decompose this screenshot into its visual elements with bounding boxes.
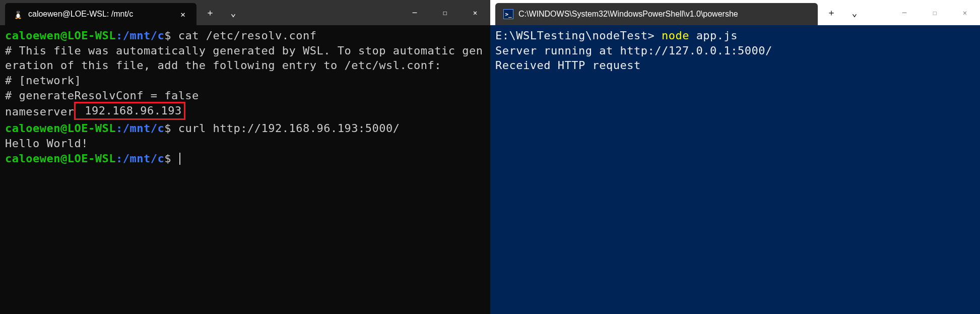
close-window-button[interactable]: ✕ — [950, 2, 980, 24]
svg-point-6 — [19, 18, 21, 19]
terminal-output: # generateResolvConf = false — [5, 88, 485, 103]
maximize-button[interactable]: ☐ — [430, 2, 460, 24]
powershell-icon: >_ — [503, 9, 513, 19]
tab-title: C:\WINDOWS\System32\WindowsPowerShell\v1… — [518, 10, 810, 19]
terminal-output: # [network] — [5, 73, 485, 88]
close-window-button[interactable]: ✕ — [460, 2, 490, 24]
minimize-button[interactable]: ─ — [889, 2, 920, 24]
maximize-button[interactable]: ☐ — [920, 2, 950, 24]
tab-close-button[interactable]: ✕ — [177, 9, 188, 20]
terminal-output: Received HTTP request — [495, 58, 975, 73]
wsl-terminal-window: caloewen@LOE-WSL: /mnt/c ✕ ＋ ⌄ ─ ☐ ✕ cal… — [0, 0, 490, 314]
svg-point-3 — [17, 12, 18, 13]
command-text: cat /etc/resolv.conf — [178, 29, 317, 42]
svg-point-4 — [19, 12, 20, 13]
prompt-symbol: $ — [164, 152, 171, 165]
prompt-separator: : — [116, 122, 123, 135]
prompt-user: caloewen@LOE-WSL — [5, 152, 116, 165]
window-controls: ─ ☐ ✕ — [400, 2, 490, 24]
terminal-body-right[interactable]: E:\WSLTesting\nodeTest> node app.js Serv… — [490, 25, 980, 314]
highlighted-ip: 192.168.96.193 — [74, 102, 185, 120]
terminal-line: caloewen@LOE-WSL:/mnt/c$ curl http://192… — [5, 121, 485, 136]
tab-actions: ＋ ⌄ — [199, 2, 245, 24]
prompt-path: /mnt/c — [123, 122, 164, 135]
terminal-body-left[interactable]: caloewen@LOE-WSL:/mnt/c$ cat /etc/resolv… — [0, 25, 490, 314]
nameserver-prefix: nameserver — [5, 105, 74, 118]
prompt-user: caloewen@LOE-WSL — [5, 122, 116, 135]
terminal-line: caloewen@LOE-WSL:/mnt/c$ cat /etc/resolv… — [5, 28, 485, 43]
tab-dropdown-button[interactable]: ⌄ — [222, 2, 245, 24]
new-tab-button[interactable]: ＋ — [199, 2, 222, 24]
prompt-separator: : — [116, 152, 123, 165]
new-tab-button[interactable]: ＋ — [820, 2, 843, 24]
prompt-symbol: $ — [164, 29, 171, 42]
tab-wsl[interactable]: caloewen@LOE-WSL: /mnt/c ✕ — [5, 3, 197, 25]
terminal-output: Server running at http://127.0.0.1:5000/ — [495, 43, 975, 58]
prompt-user: caloewen@LOE-WSL — [5, 29, 116, 42]
tab-actions: ＋ ⌄ — [820, 2, 866, 24]
terminal-line: caloewen@LOE-WSL:/mnt/c$ — [5, 151, 485, 166]
window-controls: ─ ☐ ✕ — [889, 2, 980, 24]
prompt-path: /mnt/c — [123, 29, 164, 42]
titlebar[interactable]: >_ C:\WINDOWS\System32\WindowsPowerShell… — [490, 0, 980, 25]
prompt-path: /mnt/c — [123, 152, 164, 165]
command-text: curl http://192.168.96.193:5000/ — [178, 122, 400, 135]
terminal-output: Hello World! — [5, 136, 485, 151]
terminal-line: E:\WSLTesting\nodeTest> node app.js — [495, 28, 975, 43]
terminal-output: nameserver 192.168.96.193 — [5, 103, 485, 121]
titlebar[interactable]: caloewen@LOE-WSL: /mnt/c ✕ ＋ ⌄ ─ ☐ ✕ — [0, 0, 490, 25]
terminal-output: # This file was automatically generated … — [5, 43, 485, 73]
powershell-window: >_ C:\WINDOWS\System32\WindowsPowerShell… — [490, 0, 980, 314]
svg-point-5 — [15, 18, 18, 19]
tux-icon — [13, 9, 23, 19]
ps-prompt: E:\WSLTesting\nodeTest> — [495, 29, 655, 42]
minimize-button[interactable]: ─ — [400, 2, 430, 24]
prompt-symbol: $ — [164, 122, 171, 135]
cursor — [179, 153, 180, 165]
ps-argument: app.js — [696, 29, 738, 42]
tab-dropdown-button[interactable]: ⌄ — [843, 2, 866, 24]
prompt-separator: : — [116, 29, 123, 42]
tab-powershell[interactable]: >_ C:\WINDOWS\System32\WindowsPowerShell… — [495, 3, 818, 25]
svg-point-2 — [17, 14, 20, 18]
ps-command: node — [662, 29, 689, 42]
tab-title: caloewen@LOE-WSL: /mnt/c — [28, 10, 172, 19]
